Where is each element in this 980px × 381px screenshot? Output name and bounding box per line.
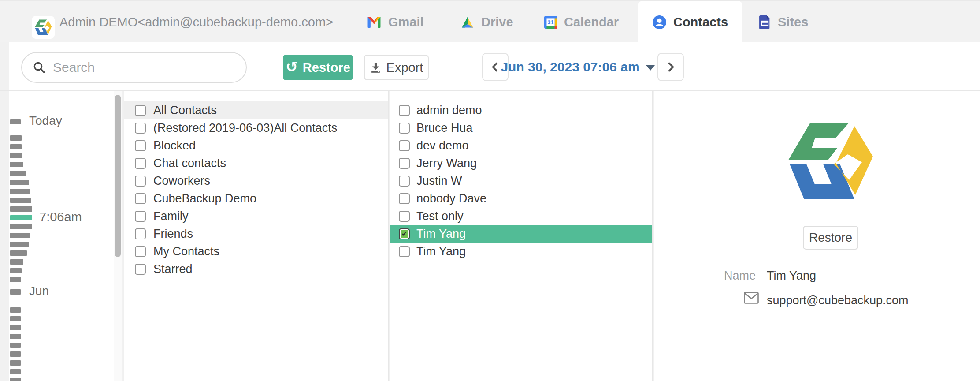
restore-contact-button[interactable]: Restore bbox=[803, 226, 858, 250]
cubebackup-logo-icon bbox=[34, 19, 52, 36]
checkbox[interactable] bbox=[399, 123, 410, 134]
name-field-label: Name bbox=[702, 269, 756, 283]
envelope-icon bbox=[744, 292, 759, 304]
checkbox[interactable] bbox=[399, 140, 410, 151]
timeline-bar[interactable] bbox=[10, 250, 27, 256]
timeline-bar[interactable] bbox=[10, 242, 29, 247]
timeline-bar[interactable] bbox=[10, 180, 29, 185]
group-row[interactable]: My Contacts bbox=[124, 243, 388, 260]
group-row[interactable]: Family bbox=[124, 207, 388, 225]
chevron-right-icon bbox=[665, 61, 676, 73]
tab-drive[interactable]: Drive bbox=[461, 1, 513, 43]
group-row[interactable]: Friends bbox=[124, 225, 388, 243]
checkbox[interactable] bbox=[399, 246, 410, 257]
next-snapshot-button[interactable] bbox=[657, 53, 684, 81]
scrollbar-thumb[interactable] bbox=[115, 95, 121, 257]
timeline-bar[interactable] bbox=[10, 259, 23, 265]
contact-row[interactable]: Bruce Hua bbox=[390, 119, 652, 137]
calendar-icon: 31 bbox=[544, 16, 557, 29]
cubebackup-logo-large bbox=[786, 119, 874, 203]
timeline-bar[interactable] bbox=[10, 307, 21, 313]
tab-sites[interactable]: Sites bbox=[759, 1, 808, 43]
group-label: Family bbox=[153, 209, 189, 223]
timeline-bar[interactable] bbox=[10, 360, 21, 366]
contact-row[interactable]: Justin W bbox=[390, 172, 652, 190]
contact-row[interactable]: Jerry Wang bbox=[390, 154, 652, 172]
group-row[interactable]: Coworkers bbox=[124, 172, 388, 190]
group-label: All Contacts bbox=[153, 104, 217, 117]
group-row[interactable]: (Restored 2019-06-03)All Contacts bbox=[124, 119, 388, 137]
timeline-scrollbar[interactable] bbox=[114, 91, 122, 381]
tab-label: Calendar bbox=[564, 15, 619, 30]
checkbox[interactable] bbox=[135, 211, 146, 222]
group-row[interactable]: Chat contacts bbox=[124, 154, 388, 172]
checkbox[interactable] bbox=[135, 140, 146, 151]
search-box[interactable] bbox=[21, 52, 247, 83]
contact-row[interactable]: Tim Yang bbox=[390, 225, 652, 243]
snapshot-date-dropdown[interactable]: Jun 30, 2023 07:06 am bbox=[512, 53, 644, 81]
checkbox-checked[interactable] bbox=[399, 228, 410, 239]
contact-groups-panel: All Contacts(Restored 2019-06-03)All Con… bbox=[123, 91, 389, 381]
timeline-bar[interactable] bbox=[10, 325, 21, 330]
tab-label: Gmail bbox=[388, 15, 424, 30]
checkbox[interactable] bbox=[135, 246, 146, 257]
checkbox[interactable] bbox=[399, 211, 410, 222]
contact-row[interactable]: dev demo bbox=[390, 137, 652, 154]
group-row[interactable]: CubeBackup Demo bbox=[124, 190, 388, 207]
timeline-bar[interactable] bbox=[10, 162, 23, 167]
contact-row[interactable]: admin demo bbox=[390, 101, 652, 119]
checkbox[interactable] bbox=[399, 105, 410, 116]
contact-label: Justin W bbox=[416, 174, 462, 188]
timeline-bar[interactable] bbox=[10, 153, 22, 158]
contact-detail-panel: Restore Name Tim Yang support@cubebackup… bbox=[654, 91, 980, 381]
checkbox[interactable] bbox=[135, 158, 146, 169]
timeline-bar-selected[interactable] bbox=[10, 215, 32, 220]
contact-label: Bruce Hua bbox=[416, 121, 473, 135]
timeline-bar[interactable] bbox=[10, 224, 32, 229]
checkbox[interactable] bbox=[135, 176, 146, 187]
contact-row[interactable]: Test only bbox=[390, 207, 652, 225]
checkbox[interactable] bbox=[399, 158, 410, 169]
tab-calendar[interactable]: 31 Calendar bbox=[544, 1, 619, 43]
timeline-bar[interactable] bbox=[10, 378, 21, 381]
contact-row[interactable]: nobody Dave bbox=[390, 190, 652, 207]
app-logo bbox=[32, 16, 55, 39]
restore-button[interactable]: ↺ Restore bbox=[283, 55, 353, 80]
tab-contacts[interactable]: Contacts bbox=[638, 1, 742, 43]
timeline-bar[interactable] bbox=[10, 198, 31, 203]
gmail-icon bbox=[367, 17, 381, 28]
timeline-bar[interactable] bbox=[10, 334, 21, 339]
checkbox[interactable] bbox=[135, 105, 146, 116]
checkbox[interactable] bbox=[135, 264, 146, 275]
timeline-month-label: Jun bbox=[29, 284, 49, 298]
timeline-bar[interactable] bbox=[10, 206, 32, 212]
timeline-bar[interactable] bbox=[10, 277, 21, 282]
contact-label: Tim Yang bbox=[416, 245, 466, 258]
checkbox[interactable] bbox=[135, 228, 146, 239]
timeline-bar[interactable] bbox=[10, 268, 22, 273]
group-row[interactable]: All Contacts bbox=[124, 101, 388, 119]
checkbox[interactable] bbox=[135, 193, 146, 204]
tab-gmail[interactable]: Gmail bbox=[367, 1, 424, 43]
checkbox[interactable] bbox=[399, 193, 410, 204]
export-button[interactable]: Export bbox=[364, 55, 429, 80]
group-row[interactable]: Starred bbox=[124, 260, 388, 278]
toolbar: ↺ Restore Export Jun 30, 2023 07:06 am bbox=[9, 42, 980, 91]
group-row[interactable]: Blocked bbox=[124, 137, 388, 154]
contact-row[interactable]: Tim Yang bbox=[390, 243, 652, 260]
timeline-bar[interactable] bbox=[10, 351, 21, 357]
export-button-label: Export bbox=[386, 60, 423, 75]
timeline-bar[interactable] bbox=[10, 289, 21, 295]
timeline-bar[interactable] bbox=[10, 343, 21, 348]
timeline-bar[interactable] bbox=[10, 135, 22, 141]
checkbox[interactable] bbox=[399, 176, 410, 187]
timeline-bar[interactable] bbox=[10, 119, 21, 124]
timeline-bar[interactable] bbox=[10, 144, 22, 149]
timeline-bar[interactable] bbox=[10, 369, 21, 374]
timeline-bar[interactable] bbox=[10, 189, 30, 194]
checkbox[interactable] bbox=[135, 123, 146, 134]
timeline-bar[interactable] bbox=[10, 171, 26, 176]
timeline-bar[interactable] bbox=[10, 316, 21, 321]
search-input[interactable] bbox=[53, 60, 237, 75]
timeline-bar[interactable] bbox=[10, 233, 30, 238]
